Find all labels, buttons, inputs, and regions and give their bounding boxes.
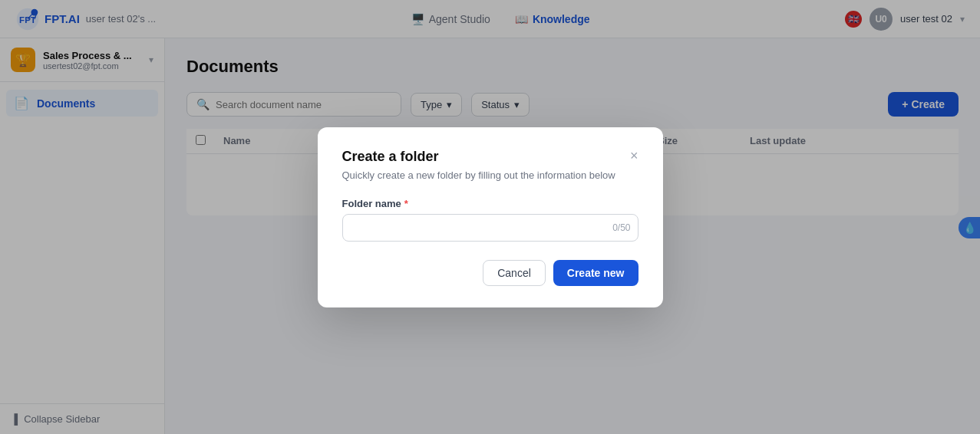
modal-title: Create a folder [342,149,439,165]
required-star: * [404,198,408,209]
folder-name-field: Folder name * 0/50 [342,198,638,242]
modal-overlay[interactable]: Create a folder × Quickly create a new f… [0,0,980,434]
modal-subtitle: Quickly create a new folder by filling o… [342,169,638,181]
modal-actions: Cancel Create new [342,260,638,286]
char-count: 0/50 [612,222,630,233]
create-new-button[interactable]: Create new [553,260,638,286]
folder-name-label: Folder name * [342,198,638,209]
modal-close-button[interactable]: × [630,149,638,163]
modal-header: Create a folder × [342,149,638,165]
close-icon: × [630,148,638,163]
cancel-button[interactable]: Cancel [483,260,546,286]
create-folder-modal: Create a folder × Quickly create a new f… [318,127,663,307]
folder-name-input[interactable] [342,214,638,242]
folder-input-wrapper: 0/50 [342,214,638,242]
